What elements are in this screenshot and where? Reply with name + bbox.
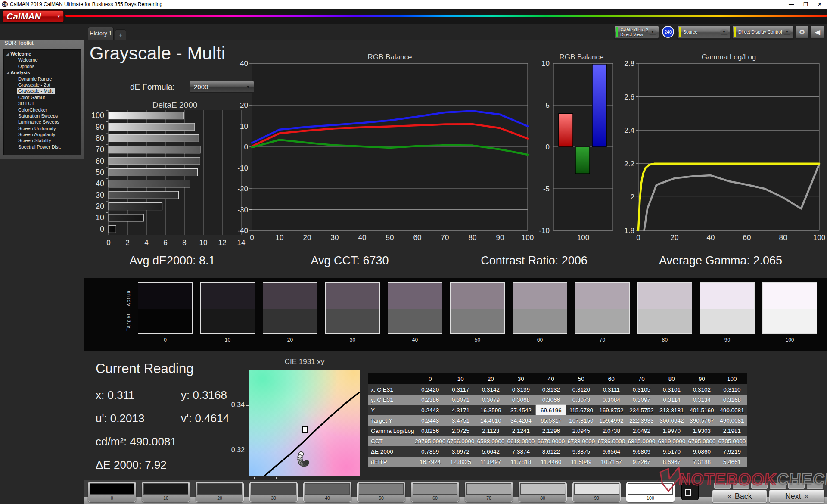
axis-tick-label: 90	[496, 233, 504, 242]
pattern-tile-20[interactable]: 20	[196, 482, 244, 502]
summary-stat: Avg CCT: 6730	[311, 254, 389, 268]
tab-history-1[interactable]: History 1	[88, 27, 114, 40]
rgb-bar-red	[559, 113, 573, 147]
grayscale-swatch-100	[762, 282, 817, 334]
add-tab-button[interactable]: +	[115, 29, 126, 40]
sidebar-item-screen-stability[interactable]: Screen Stability	[4, 137, 81, 143]
pattern-level-label: 30	[250, 495, 297, 501]
table-cell: 9.0860	[687, 446, 717, 457]
source-dropdown[interactable]: Source ▼	[677, 25, 731, 39]
tree-section-label: Welcome	[10, 51, 31, 56]
grayscale-swatch-40	[388, 282, 442, 334]
sidebar-item-screen-uniformity[interactable]: Screen Uniformity	[4, 125, 81, 131]
reading-luminance: cd/m²: 490.0081	[96, 435, 177, 448]
app-icon: CM	[2, 1, 8, 7]
pattern-tile-0[interactable]: 0	[88, 482, 136, 502]
axis-tick-label: 60	[743, 233, 751, 242]
pattern-tile-30[interactable]: 30	[249, 482, 298, 502]
sidebar-item-options[interactable]: Options	[4, 63, 81, 69]
axis-tick-label: 14	[237, 239, 246, 247]
target-swatch	[201, 309, 255, 333]
pattern-tile-70[interactable]: 70	[465, 482, 513, 502]
pattern-tile-90[interactable]: 90	[572, 482, 621, 502]
table-cell: 6815.0000	[626, 436, 656, 446]
sidebar-item-color-gamut[interactable]: Color Gamut	[4, 94, 81, 100]
tree-expander-icon[interactable]: ◢	[6, 51, 9, 57]
current-reading-title: Current Reading	[96, 361, 193, 376]
axis-tick-label: 100	[91, 111, 104, 120]
table-cell: 0.3132	[536, 384, 566, 395]
actual-swatch	[575, 283, 629, 309]
pattern-tile-40[interactable]: 40	[303, 482, 351, 502]
sidebar-item-analysis[interactable]: ◢Analysis	[4, 69, 81, 75]
tree-expander-icon[interactable]: ◢	[6, 70, 9, 76]
grayscale-swatch-70	[575, 282, 630, 334]
table-cell: 34.4264	[506, 415, 536, 426]
gear-icon: ⚙	[799, 28, 805, 36]
axis-tick-label: 12	[218, 239, 227, 247]
tree-item-label: Grayscale - 2pt	[17, 82, 52, 88]
meter-mode: Direct View	[620, 32, 643, 37]
pattern-swatch	[574, 483, 619, 495]
minimize-button[interactable]: —	[789, 1, 794, 7]
table-cell: 3.6972	[445, 446, 476, 457]
table-row-label: Target Y	[368, 415, 415, 426]
de-formula-value: 2000	[190, 83, 246, 90]
table-cell: 490.0081	[717, 415, 747, 426]
table-row-y: Y0.24434.317116.359937.454269.6196115.67…	[368, 405, 747, 415]
titlebar: CM CalMAN 2019 CalMAN Ultimate for Busin…	[0, 0, 827, 9]
grayscale-swatch-80	[637, 282, 692, 334]
chevron-down-icon: ▼	[648, 29, 657, 35]
sidebar-item-luminance-sweeps[interactable]: Luminance Sweeps	[4, 119, 81, 125]
target-swatch	[513, 309, 567, 333]
pattern-tile-80[interactable]: 80	[519, 482, 567, 502]
pattern-tile-50[interactable]: 50	[357, 482, 405, 502]
sidebar-item-3d-lut[interactable]: 3D LUT	[4, 100, 81, 106]
axis-tick-label: -20	[237, 185, 248, 193]
calman-logo-button[interactable]: CalMAN ▼	[3, 10, 64, 22]
sidebar-item-spectral-power-dist-[interactable]: Spectral Power Dist.	[4, 144, 81, 150]
sidebar-item-colorchecker[interactable]: ColorChecker	[4, 107, 81, 113]
sidebar-item-grayscale-2pt[interactable]: Grayscale - 2pt	[4, 82, 81, 88]
logo-dropdown-icon[interactable]: ▼	[54, 12, 63, 21]
tree-section-label: Analysis	[10, 70, 30, 75]
sidebar-item-welcome[interactable]: ◢Welcome	[4, 51, 81, 57]
table-row-label: Gamma Log/Log	[368, 426, 415, 436]
axis-tick-label: 50	[96, 168, 104, 177]
measurement-count-badge[interactable]: 240	[662, 26, 674, 38]
table-cell: 313.8181	[656, 405, 687, 415]
table-row-gamma-log-log: Gamma Log/Log0.82562.07252.11232.12412.1…	[368, 426, 747, 436]
table-cell: 234.5752	[626, 405, 656, 415]
sidebar-item-screen-angularity[interactable]: Screen Angularity	[4, 131, 81, 137]
sidebar-item-dynamic-range[interactable]: Dynamic Range	[4, 76, 81, 82]
sidebar-item-saturation-sweeps[interactable]: Saturation Sweeps	[4, 113, 81, 119]
table-row-label: y: CIE31	[368, 395, 415, 405]
display-control-dropdown[interactable]: Direct Display Control ▼	[732, 25, 793, 39]
reading-v-prime: v': 0.4614	[181, 412, 229, 425]
de-formula-select[interactable]: 2000 ▼	[190, 81, 254, 93]
pattern-tile-10[interactable]: 10	[142, 482, 190, 502]
panel-collapse-button[interactable]: ◀	[811, 25, 824, 39]
deltae-bar-100	[109, 112, 183, 119]
sidebar-item-welcome[interactable]: Welcome	[4, 57, 81, 63]
table-cell: 169.8752	[596, 405, 626, 415]
meter-dropdown[interactable]: X-Rite i1Pro 2 Direct View ▼	[614, 25, 659, 39]
sidebar-item-grayscale-multi[interactable]: Grayscale - Multi	[4, 88, 81, 94]
settings-button[interactable]: ⚙	[795, 25, 809, 39]
table-column-header: 80	[656, 373, 687, 384]
pattern-swatch	[520, 483, 565, 495]
close-button[interactable]: ✕	[818, 1, 822, 7]
table-cell: 0.3105	[626, 384, 656, 395]
actual-swatch	[138, 283, 192, 309]
table-cell: 0.3114	[656, 395, 687, 405]
pattern-level-label: 90	[573, 495, 620, 501]
chevron-left-icon: «	[727, 492, 731, 501]
table-row--e-2000: ΔE 20000.78593.69725.66427.38748.61229.3…	[368, 446, 747, 457]
swatch-level-label: 90	[700, 337, 755, 343]
table-cell: 6618.0000	[506, 436, 536, 446]
axis-tick-label: 0	[100, 225, 104, 233]
maximize-button[interactable]: ❐	[803, 1, 808, 7]
pattern-tile-60[interactable]: 60	[411, 482, 459, 502]
deltae-bar-80	[109, 134, 199, 142]
tree-item-label: Grayscale - Multi	[17, 88, 55, 94]
